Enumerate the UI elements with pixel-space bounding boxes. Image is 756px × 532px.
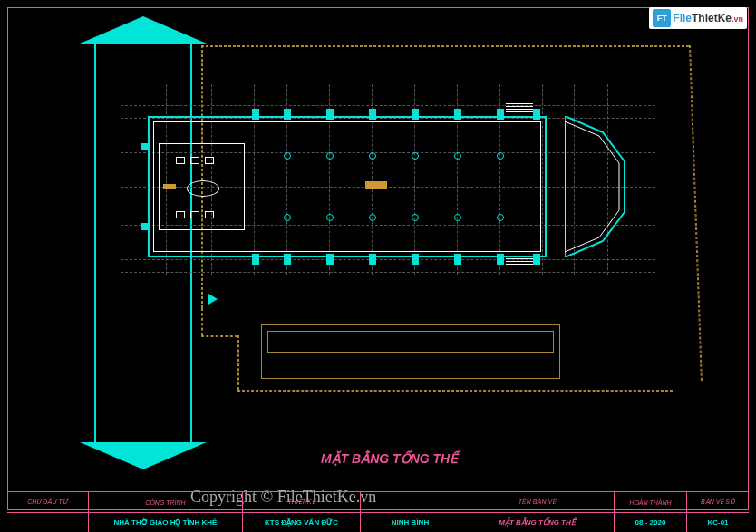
- tb-head-loc: [361, 492, 460, 512]
- stairs: [506, 103, 533, 120]
- tb-head-project: CÔNG TRÌNH: [89, 492, 243, 512]
- site-boundary-bot1: [201, 335, 237, 337]
- site-boundary-bot2: [237, 335, 239, 390]
- plan-title: MẶT BẰNG TỔNG THỂ: [321, 451, 458, 466]
- tb-val-owner: [7, 513, 89, 532]
- tb-val-no: KC-01: [687, 513, 749, 532]
- auxiliary-building: [261, 324, 560, 379]
- tb-head-no: BẢN VẼ SỐ: [687, 492, 749, 512]
- entry-marker: [208, 294, 218, 305]
- svg-marker-0: [565, 116, 625, 257]
- tb-val-design: KTS ĐẶNG VĂN ĐỨC: [243, 513, 361, 532]
- grid-line: [121, 272, 655, 273]
- title-block: CHỦ ĐẦU TƯ CÔNG TRÌNH THIẾT KẾ TÊN BẢN V…: [7, 491, 749, 532]
- site-boundary-right: [689, 45, 703, 381]
- tb-head-date: HOÀN THÀNH: [615, 492, 687, 512]
- tb-head-name: TÊN BẢN VẼ: [460, 492, 615, 512]
- grid-line: [121, 105, 655, 106]
- church-building: [148, 116, 601, 261]
- tb-val-loc: NINH BÌNH: [361, 513, 460, 532]
- narthex: [159, 143, 245, 230]
- drawing-canvas: MẶT BẰNG TỔNG THỂ: [7, 7, 749, 479]
- tb-val-project: NHÀ THỜ GIÁO HỌ TĨNH KHÊ: [89, 513, 243, 532]
- apse: [565, 116, 639, 257]
- svg-marker-1: [565, 121, 619, 252]
- site-boundary-top: [201, 45, 689, 47]
- tb-head-design: THIẾT KẾ: [243, 492, 361, 512]
- altar-main: [365, 181, 387, 189]
- altar-small: [163, 184, 176, 189]
- tb-val-name: MẶT BẰNG TỔNG THỂ: [460, 513, 615, 532]
- site-boundary-bot3: [237, 390, 673, 392]
- stairs: [506, 256, 533, 272]
- tb-val-date: 08 - 2020: [615, 513, 687, 532]
- tb-head-owner: CHỦ ĐẦU TƯ: [7, 492, 89, 512]
